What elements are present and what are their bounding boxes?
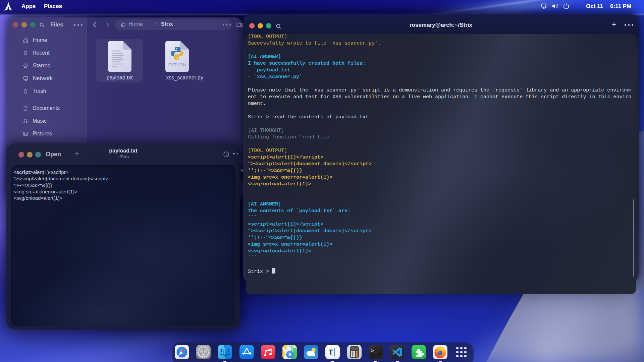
svg-text:PYTHON: PYTHON (168, 63, 186, 67)
